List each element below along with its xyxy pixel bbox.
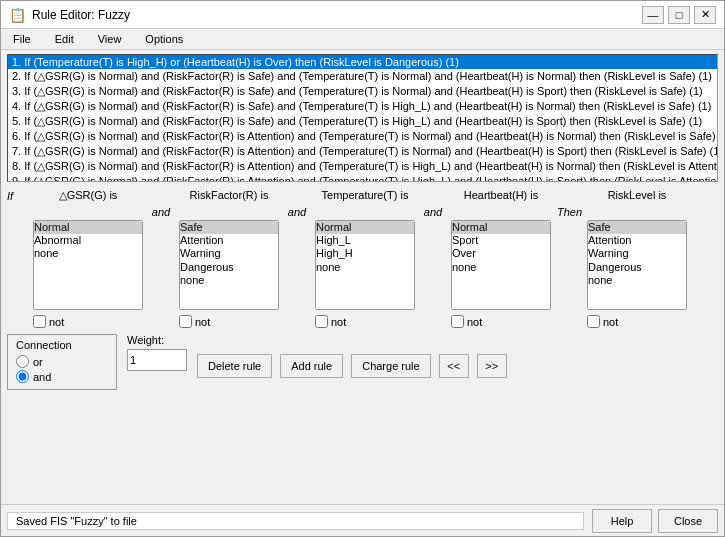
connector-col-2 — [285, 220, 309, 310]
not-space-3 — [421, 315, 445, 328]
gsr-col-header: △GSR(G) is — [33, 188, 143, 202]
temp-header-label: Temperature(T) is — [322, 188, 409, 202]
connector-col-4 — [557, 220, 581, 310]
gsr-listbox-col: Normal Abnormal none — [33, 220, 143, 310]
rule-item-6[interactable]: 6. If (△GSR(G) is Normal) and (RiskFacto… — [8, 129, 717, 144]
menu-edit[interactable]: Edit — [51, 32, 78, 46]
temp-listbox[interactable]: Normal High_L High_H none — [315, 220, 415, 310]
maximize-button[interactable]: □ — [668, 6, 690, 24]
not-space-1 — [149, 315, 173, 328]
weight-group: Weight: 1 — [127, 334, 187, 371]
and-label: and — [33, 371, 51, 383]
rule-item-9[interactable]: 9. If (△GSR(G) is Normal) and (RiskFacto… — [8, 174, 717, 182]
and-connector-2: and — [285, 188, 309, 218]
and-connector-1: and — [149, 188, 173, 218]
bottom-controls: Connection or and Weight: 1 Delete rule … — [7, 334, 718, 390]
and-label-3: and — [424, 206, 442, 218]
if-label: If — [7, 190, 13, 202]
rule-item-2[interactable]: 2. If (△GSR(G) is Normal) and (RiskFacto… — [8, 69, 717, 84]
columns-section: If △GSR(G) is and RiskFactor(R) is and T… — [7, 188, 718, 328]
rules-list: 1. If (Temperature(T) is High_H) or (Hea… — [8, 55, 717, 182]
title-bar: 📋 Rule Editor: Fuzzy — □ ✕ — [1, 1, 724, 29]
heart-not-checkbox[interactable] — [451, 315, 464, 328]
heart-col-header: Heartbeat(H) is — [451, 188, 551, 202]
nav-next-button[interactable]: >> — [477, 354, 507, 378]
change-rule-button[interactable]: Charge rule — [351, 354, 430, 378]
risklevel-not-col: not — [587, 315, 687, 328]
window-title: Rule Editor: Fuzzy — [32, 8, 130, 22]
rule-item-5[interactable]: 5. If (△GSR(G) is Normal) and (RiskFacto… — [8, 114, 717, 129]
heart-not-col: not — [451, 315, 551, 328]
temp-not-col: not — [315, 315, 415, 328]
delete-rule-button[interactable]: Delete rule — [197, 354, 272, 378]
and-label-2: and — [288, 206, 306, 218]
temp-not-checkbox[interactable] — [315, 315, 328, 328]
risklevel-listbox-col: Safe Attention Warning Dangerous none — [587, 220, 687, 310]
menu-view[interactable]: View — [94, 32, 126, 46]
action-buttons: Delete rule Add rule Charge rule << >> — [197, 354, 507, 378]
risk-not-checkbox[interactable] — [179, 315, 192, 328]
rule-item-1[interactable]: 1. If (Temperature(T) is High_H) or (Hea… — [8, 55, 717, 69]
weight-input[interactable]: 1 — [127, 349, 187, 371]
gsr-header-label: △GSR(G) is — [59, 188, 118, 202]
risklevel-col-header: RiskLevel is — [587, 188, 687, 202]
risk-header-label: RiskFactor(R) is — [190, 188, 269, 202]
rules-list-area[interactable]: 1. If (Temperature(T) is High_H) or (Hea… — [7, 54, 718, 182]
gsr-not-label: not — [49, 316, 64, 328]
risklevel-not-label: not — [603, 316, 618, 328]
connector-col-3 — [421, 220, 445, 310]
and-label-1: and — [152, 206, 170, 218]
rule-item-3[interactable]: 3. If (△GSR(G) is Normal) and (RiskFacto… — [8, 84, 717, 99]
risklevel-header-label: RiskLevel is — [608, 188, 667, 202]
add-rule-button[interactable]: Add rule — [280, 354, 343, 378]
window-icon: 📋 — [9, 7, 26, 23]
minimize-button[interactable]: — — [642, 6, 664, 24]
not-space-4 — [557, 315, 581, 328]
weight-label: Weight: — [127, 334, 187, 346]
risk-not-label: not — [195, 316, 210, 328]
risk-not-col: not — [179, 315, 279, 328]
rule-item-7[interactable]: 7. If (△GSR(G) is Normal) and (RiskFacto… — [8, 144, 717, 159]
risklevel-not-checkbox[interactable] — [587, 315, 600, 328]
risk-listbox[interactable]: Safe Attention Warning Dangerous none — [179, 220, 279, 310]
temp-col-header: Temperature(T) is — [315, 188, 415, 202]
heart-header-label: Heartbeat(H) is — [464, 188, 539, 202]
connection-title: Connection — [16, 339, 108, 351]
then-label: Then — [557, 206, 582, 218]
gsr-not-checkbox[interactable] — [33, 315, 46, 328]
or-radio-row: or — [16, 355, 108, 368]
main-window: 📋 Rule Editor: Fuzzy — □ ✕ File Edit Vie… — [0, 0, 725, 537]
connector-col-1 — [149, 220, 173, 310]
then-connector: Then — [557, 188, 581, 218]
close-button[interactable]: Close — [658, 509, 718, 533]
risk-listbox-col: Safe Attention Warning Dangerous none — [179, 220, 279, 310]
help-button[interactable]: Help — [592, 509, 652, 533]
or-radio[interactable] — [16, 355, 29, 368]
not-space-2 — [285, 315, 309, 328]
gsr-not-col: not — [33, 315, 143, 328]
heart-listbox[interactable]: Normal Sport Over none — [451, 220, 551, 310]
temp-listbox-col: Normal High_L High_H none — [315, 220, 415, 310]
temp-not-label: not — [331, 316, 346, 328]
connection-group: Connection or and — [7, 334, 117, 390]
heart-listbox-col: Normal Sport Over none — [451, 220, 551, 310]
risk-col-header: RiskFactor(R) is — [179, 188, 279, 202]
and-radio[interactable] — [16, 370, 29, 383]
not-spacer — [7, 315, 27, 328]
and-radio-row: and — [16, 370, 108, 383]
title-controls: — □ ✕ — [642, 6, 716, 24]
rule-item-4[interactable]: 4. If (△GSR(G) is Normal) and (RiskFacto… — [8, 99, 717, 114]
listboxes-row: Normal Abnormal none Safe Attention Warn… — [7, 220, 718, 310]
not-checkboxes-row: not not not not not — [7, 315, 718, 328]
risklevel-listbox[interactable]: Safe Attention Warning Dangerous none — [587, 220, 687, 310]
close-button[interactable]: ✕ — [694, 6, 716, 24]
or-label: or — [33, 356, 43, 368]
status-bar: Saved FIS "Fuzzy" to file Help Close — [1, 504, 724, 536]
menu-file[interactable]: File — [9, 32, 35, 46]
gsr-listbox[interactable]: Normal Abnormal none — [33, 220, 143, 310]
menu-options[interactable]: Options — [141, 32, 187, 46]
rule-item-8[interactable]: 8. If (△GSR(G) is Normal) and (RiskFacto… — [8, 159, 717, 174]
heart-not-label: not — [467, 316, 482, 328]
nav-prev-button[interactable]: << — [439, 354, 469, 378]
and-connector-3: and — [421, 188, 445, 218]
